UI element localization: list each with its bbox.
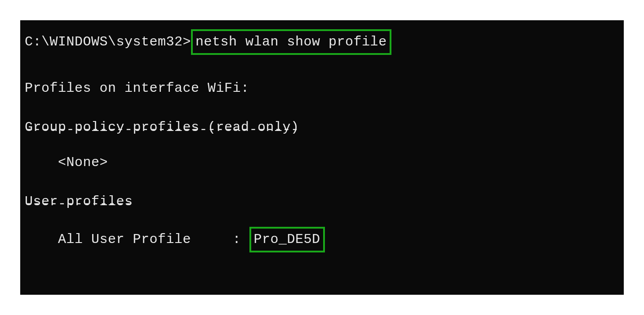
- group-policy-dashes: ---------------------------------: [25, 120, 619, 140]
- profile-name-highlight: Pro_DE5D: [249, 227, 325, 252]
- command-highlight: netsh wlan show profile: [191, 29, 391, 55]
- all-user-profile-label: All User Profile :: [25, 232, 249, 247]
- profiles-header: Profiles on interface WiFi:: [25, 78, 619, 99]
- terminal-window[interactable]: C:\WINDOWS\system32>netsh wlan show prof…: [20, 20, 624, 295]
- group-policy-value: <None>: [25, 153, 619, 173]
- all-user-profile-line: All User Profile : Pro_DE5D: [25, 227, 619, 252]
- command-line: C:\WINDOWS\system32>netsh wlan show prof…: [25, 29, 619, 55]
- user-profiles-dashes: -------------: [25, 194, 619, 214]
- prompt: C:\WINDOWS\system32>: [25, 34, 191, 50]
